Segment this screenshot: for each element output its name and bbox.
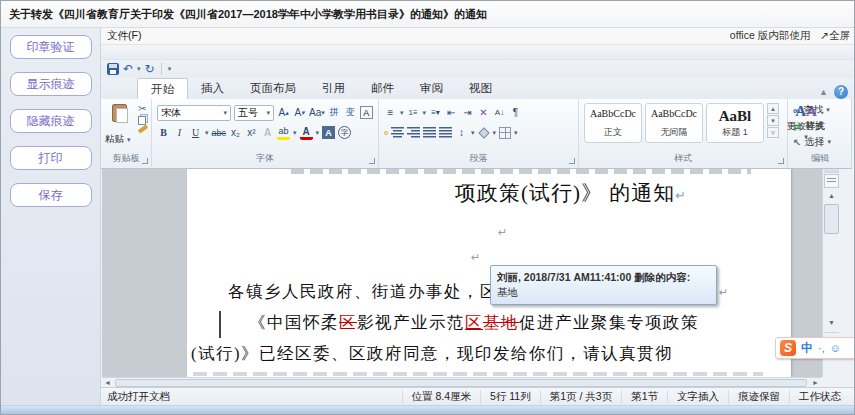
tab-view[interactable]: 视图	[456, 78, 505, 99]
ime-punctuation-toggle[interactable]: ·,	[818, 342, 825, 354]
character-border-icon[interactable]: A	[360, 106, 373, 119]
tab-review[interactable]: 审阅	[407, 78, 456, 99]
split-handle[interactable]	[824, 169, 839, 173]
align-right-button[interactable]	[407, 127, 420, 138]
tab-references[interactable]: 引用	[309, 78, 358, 99]
tab-mailings[interactable]: 邮件	[358, 78, 407, 99]
inserted-text: 区	[465, 313, 483, 332]
bullets-icon[interactable]: ≡	[384, 105, 397, 120]
underline-button[interactable]: U	[189, 125, 202, 140]
enclose-characters-icon[interactable]: 字	[338, 126, 351, 139]
hide-traces-button[interactable]: 隐藏痕迹	[10, 109, 92, 133]
subscript-button[interactable]: x₂	[229, 125, 242, 140]
italic-button[interactable]: I	[173, 125, 186, 140]
undo-dropdown-icon[interactable]: ▾	[137, 65, 141, 73]
text-effects-icon[interactable]: A	[261, 125, 274, 140]
print-button[interactable]: 打印	[10, 146, 92, 170]
style-no-spacing[interactable]: AaBbCcDc 无间隔	[645, 103, 703, 143]
highlight-color-icon[interactable]: ab	[277, 125, 290, 140]
font-dialog-launcher-icon[interactable]	[369, 158, 375, 164]
status-page-count[interactable]: 第1页 / 共3页	[540, 390, 621, 404]
save-icon[interactable]	[107, 63, 119, 75]
format-painter-icon[interactable]	[138, 124, 148, 133]
vertical-scroll-thumb[interactable]	[824, 204, 839, 234]
align-justify-button[interactable]	[423, 127, 436, 138]
strikethrough-button[interactable]: abc	[212, 125, 227, 140]
characters-scale-icon[interactable]: 变	[344, 105, 357, 120]
save-doc-button[interactable]: 保存	[10, 183, 92, 207]
scroll-down-icon[interactable]: ▼	[824, 317, 839, 329]
status-line-column: 5行 11列	[480, 390, 540, 404]
cut-icon[interactable]: ✂	[138, 104, 148, 114]
line-spacing-icon[interactable]: ↕	[455, 125, 468, 140]
sort-icon[interactable]: A↓	[493, 105, 506, 120]
select-button[interactable]: ↖ 选择 ▾	[793, 135, 831, 149]
styles-scroll-down-icon[interactable]: ▾	[767, 115, 779, 126]
superscript-button[interactable]: x²	[245, 125, 258, 140]
styles-scroll-up-icon[interactable]: ▴	[767, 103, 779, 114]
undo-icon[interactable]: ↶	[123, 62, 133, 76]
font-size-combo[interactable]: 五号▾	[234, 105, 274, 121]
document-canvas[interactable]: 项政策(试行)》 的通知↵ ↵ ↵ 各镇乡人民政府、街道办事处，区政府 ↵ 《中…	[102, 169, 822, 377]
seal-verify-button[interactable]: 印章验证	[10, 35, 92, 59]
change-case-button[interactable]: Aa▾	[309, 105, 325, 120]
shrink-font-button[interactable]: A▾	[293, 105, 306, 120]
grow-font-button[interactable]: A▴	[277, 105, 290, 120]
document-heading: 项政策(试行)》 的通知↵	[455, 179, 687, 207]
show-traces-button[interactable]: 显示痕迹	[10, 72, 92, 96]
align-left-button[interactable]	[384, 131, 388, 135]
replace-button[interactable]: ⇄ 替换	[793, 119, 824, 133]
align-center-button[interactable]	[391, 127, 404, 138]
styles-more-icon[interactable]: ▿	[767, 127, 779, 138]
style-heading1[interactable]: AaBl 标题 1	[706, 103, 764, 143]
shading-icon[interactable]	[478, 127, 489, 138]
ime-emoji-icon[interactable]: ☺	[830, 342, 841, 354]
collapse-ribbon-icon[interactable]: ▲	[819, 87, 828, 97]
fullscreen-button[interactable]: ↗全屏	[820, 29, 850, 43]
qat-customize-icon[interactable]: ▾	[168, 65, 172, 73]
styles-group-label: 样式	[579, 152, 787, 165]
bold-button[interactable]: B	[157, 125, 170, 140]
ime-mode-toggle[interactable]: 中	[801, 340, 813, 357]
find-button[interactable]: ∞ 查找 ▾	[793, 103, 830, 117]
font-color-dropdown-icon[interactable]: ▾	[316, 129, 320, 137]
decrease-indent-icon[interactable]: ⇤	[445, 105, 458, 120]
tab-page-layout[interactable]: 页面布局	[237, 78, 309, 99]
font-group: 宋体▾ 五号▾ A▴ A▾ Aa▾ 拼 变 A B I U ▾	[152, 99, 379, 167]
character-shading-icon[interactable]: A	[322, 126, 335, 139]
sogou-logo-icon[interactable]: S	[780, 340, 796, 356]
show-marks-icon[interactable]: ¶	[509, 105, 522, 120]
clipboard-dialog-launcher-icon[interactable]	[142, 158, 148, 164]
qat-divider	[161, 63, 162, 75]
paste-button[interactable]	[106, 104, 132, 122]
tab-home[interactable]: 开始	[137, 78, 188, 99]
styles-dialog-launcher-icon[interactable]	[778, 158, 784, 164]
paragraph-dialog-launcher-icon[interactable]	[569, 158, 575, 164]
font-color-icon[interactable]: A	[300, 125, 313, 140]
underline-dropdown-icon[interactable]: ▾	[205, 129, 209, 137]
borders-icon[interactable]	[499, 127, 511, 139]
status-track-changes[interactable]: 痕迹保留	[728, 390, 789, 404]
highlight-dropdown-icon[interactable]: ▾	[293, 129, 297, 137]
tab-insert[interactable]: 插入	[188, 78, 237, 99]
ruler-toggle-icon[interactable]	[824, 174, 839, 188]
multilevel-list-icon[interactable]: ≡▾	[429, 105, 442, 120]
help-icon[interactable]: ?	[834, 85, 848, 99]
asian-layout-icon[interactable]: ✕	[477, 105, 490, 120]
redo-icon[interactable]: ↻	[145, 62, 155, 76]
distribute-button[interactable]	[439, 127, 452, 138]
menubar: 文件(F) office 版内部使用 ↗全屏	[101, 28, 855, 45]
scroll-up-icon[interactable]: ▲	[824, 190, 839, 202]
status-message: 成功打开文档	[107, 390, 170, 404]
file-menu[interactable]: 文件(F)	[107, 29, 141, 43]
status-insert-mode[interactable]: 文字插入	[667, 390, 728, 404]
increase-indent-icon[interactable]: ⇥	[461, 105, 474, 120]
horizontal-scroll-thumb[interactable]	[115, 379, 807, 387]
paste-label[interactable]: 粘贴	[105, 133, 124, 146]
editor-area: 文件(F) office 版内部使用 ↗全屏 ↶ ▾ ↻ ▾ 开始 插入 页面布…	[101, 28, 855, 415]
style-normal[interactable]: AaBbCcDc 正文	[584, 103, 642, 143]
paste-dropdown-icon[interactable]: ▾	[127, 136, 131, 144]
font-family-combo[interactable]: 宋体▾	[157, 105, 231, 121]
numbering-icon[interactable]: 1≡	[407, 105, 420, 120]
phonetic-guide-icon[interactable]: 拼	[328, 105, 341, 120]
